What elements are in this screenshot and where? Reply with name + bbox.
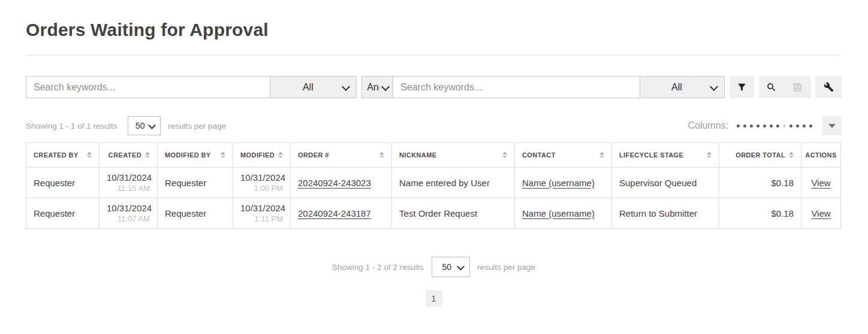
header-modified-by: MODIFIED BY xyxy=(158,143,233,168)
header-created: CREATED xyxy=(100,143,158,168)
column-visibility-dot xyxy=(750,125,753,127)
top-per-page-label: results per page xyxy=(168,122,226,130)
cell-contact: Name (username) xyxy=(515,168,612,198)
search-input-2[interactable] xyxy=(393,76,640,98)
filter-button[interactable] xyxy=(730,76,754,98)
columns-dots xyxy=(737,125,812,127)
header-actions: ACTIONS xyxy=(801,143,841,168)
column-visibility-dot xyxy=(803,125,806,127)
top-showing-group: Showing 1 - 1 of 1 results 50 results pe… xyxy=(26,116,226,135)
column-visibility-dot xyxy=(796,125,799,127)
column-select-2-wrap: All xyxy=(640,76,725,98)
bottom-per-page-wrap: 50 xyxy=(432,257,470,277)
column-visibility-dot xyxy=(737,125,740,127)
search-button[interactable] xyxy=(759,76,784,98)
caret-down-icon xyxy=(828,124,836,128)
sort-icon[interactable] xyxy=(707,152,712,158)
column-visibility-dot xyxy=(763,125,766,127)
operator-select-wrap: And xyxy=(361,76,393,98)
sort-icon[interactable] xyxy=(789,152,794,158)
cell-actions: View xyxy=(801,198,841,229)
column-select-1-wrap: All xyxy=(270,76,357,98)
search-input-1[interactable] xyxy=(26,76,270,98)
cell-lifecycle-stage: Return to Submitter xyxy=(612,198,719,229)
bottom-per-page-label: results per page xyxy=(477,263,535,272)
top-per-page-select[interactable]: 50 xyxy=(128,116,161,135)
wrench-icon xyxy=(824,82,834,92)
sort-icon[interactable] xyxy=(379,152,384,158)
cell-order-number: 20240924-243023 xyxy=(291,168,392,198)
order-number-link[interactable]: 20240924-243187 xyxy=(298,208,371,218)
page-1-button[interactable]: 1 xyxy=(426,290,442,307)
column-visibility-dot xyxy=(789,125,792,127)
order-number-link[interactable]: 20240924-243023 xyxy=(298,178,371,188)
sort-icon[interactable] xyxy=(87,152,92,158)
cell-lifecycle-stage: Supervisor Queued xyxy=(612,168,719,198)
header-lifecycle-stage: LIFECYCLE STAGE xyxy=(612,143,719,168)
top-showing-text: Showing 1 - 1 of 1 results xyxy=(26,122,117,130)
top-per-page-wrap: 50 xyxy=(128,116,161,135)
header-created-by: CREATED BY xyxy=(26,143,100,168)
header-modified: MODIFIED xyxy=(233,143,291,168)
column-select-2[interactable]: All xyxy=(640,76,725,98)
page-title: Orders Waiting for Approval xyxy=(26,20,842,40)
floppy-disk-icon xyxy=(792,82,803,92)
view-link[interactable]: View xyxy=(811,178,830,188)
bottom-per-page-select[interactable]: 50 xyxy=(432,257,470,277)
search-save-button-group xyxy=(759,76,811,98)
save-button[interactable] xyxy=(784,76,811,98)
contact-link[interactable]: Name (username) xyxy=(522,178,595,188)
filter-funnel-icon xyxy=(737,82,747,92)
sort-icon[interactable] xyxy=(599,152,604,158)
column-visibility-dot xyxy=(776,125,779,127)
cell-order-number: 20240924-243187 xyxy=(291,198,392,229)
cell-nickname: Name entered by User xyxy=(392,168,515,198)
header-order-number: ORDER # xyxy=(291,143,392,168)
column-select-1[interactable]: All xyxy=(270,76,357,98)
cell-modified: 10/31/2024 1:11 PM xyxy=(233,198,291,229)
cell-modified-by: Requester xyxy=(158,198,233,229)
cell-modified-by: Requester xyxy=(158,168,233,198)
column-visibility-dot xyxy=(809,125,812,127)
column-visibility-dot xyxy=(757,125,760,127)
cell-order-total: $0.18 xyxy=(719,198,801,229)
filter-bar: All And All xyxy=(26,76,842,98)
header-order-total: ORDER TOTAL xyxy=(719,143,801,168)
cell-contact: Name (username) xyxy=(515,198,612,229)
view-link[interactable]: View xyxy=(811,208,830,218)
title-divider xyxy=(26,55,842,56)
sort-icon[interactable] xyxy=(502,152,507,158)
operator-select[interactable]: And xyxy=(361,76,393,98)
table-header-row: CREATED BY CREATED MODIFIED BY MODIFIED … xyxy=(26,143,841,168)
bottom-pagination: Showing 1 - 2 of 2 results 50 results pe… xyxy=(26,257,842,277)
info-row: Showing 1 - 1 of 1 results 50 results pe… xyxy=(26,116,842,135)
header-nickname: NICKNAME xyxy=(392,143,515,168)
sort-icon[interactable] xyxy=(145,152,150,158)
cell-created-by: Requester xyxy=(26,198,100,229)
sort-icon[interactable] xyxy=(278,152,283,158)
columns-dropdown-button[interactable] xyxy=(822,116,842,135)
cell-created: 10/31/2024 11:07 AM xyxy=(100,198,158,229)
pager: 1 xyxy=(26,290,842,307)
column-visibility-dot xyxy=(770,125,773,127)
cell-created-by: Requester xyxy=(26,168,100,198)
cell-order-total: $0.18 xyxy=(719,168,801,198)
column-visibility-dot xyxy=(743,125,746,127)
magnifier-icon xyxy=(766,82,777,93)
cell-created: 10/31/2024 11:15 AM xyxy=(100,168,158,198)
table-row: Requester 10/31/2024 11:07 AM Requester … xyxy=(26,198,841,229)
orders-table: CREATED BY CREATED MODIFIED BY MODIFIED … xyxy=(26,142,841,229)
bottom-showing-text: Showing 1 - 2 of 2 results xyxy=(332,263,423,272)
header-contact: CONTACT xyxy=(515,143,612,168)
tools-button[interactable] xyxy=(815,76,842,98)
cell-nickname: Test Order Request xyxy=(392,198,515,229)
contact-link[interactable]: Name (username) xyxy=(522,208,595,218)
columns-control: Columns: xyxy=(688,116,842,135)
column-visibility-dot xyxy=(783,125,786,127)
columns-label: Columns: xyxy=(688,120,728,131)
cell-actions: View xyxy=(801,168,841,198)
table-row: Requester 10/31/2024 11:15 AM Requester … xyxy=(26,168,841,198)
cell-modified: 10/31/2024 1:00 PM xyxy=(233,168,291,198)
sort-icon[interactable] xyxy=(221,152,225,158)
